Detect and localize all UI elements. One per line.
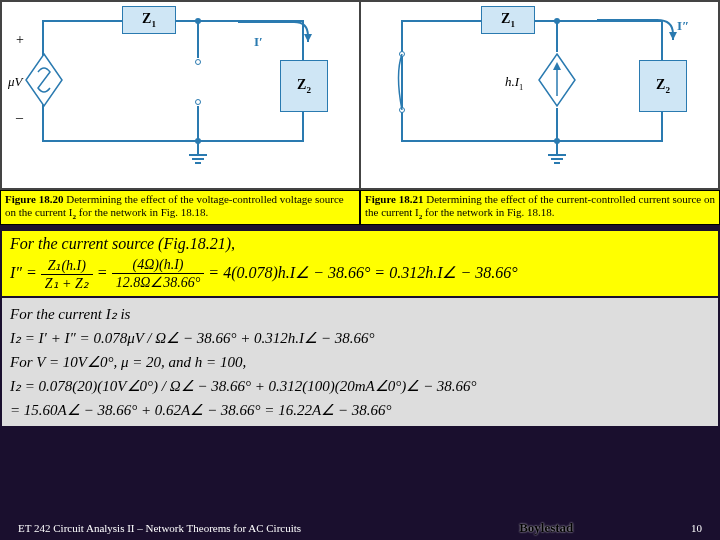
source-label: μV [8,74,22,90]
captions-row: Figure 18.20 Determining the effect of t… [0,190,720,225]
dependent-voltage-source-icon [24,52,64,108]
page-number: 10 [672,522,702,534]
circuit-fig-18-21: Z1 Z2 h.I1 I″ [360,1,719,189]
author-name: Boylestad [420,520,672,536]
impedance-z2-box: Z2 [280,60,328,112]
short-connector-icon [393,54,411,110]
equation-line: For V = 10V∠0°, μ = 20, and h = 100, [10,350,710,374]
circuit-fig-18-20: Z1 Z2 μV + – I′ [1,1,360,189]
current-arrow-icon [595,16,685,46]
open-terminal-icon [195,59,201,65]
equation-line: I₂ = I′ + I″ = 0.078μV / Ω∠ − 38.66° + 0… [10,326,710,350]
equation-line: For the current I₂ is [10,302,710,326]
caption-fig-18-20: Figure 18.20 Determining the effect of t… [0,190,360,225]
course-title: ET 242 Circuit Analysis II – Network The… [18,522,420,534]
dependent-current-source-icon [537,52,577,108]
minus-sign: – [16,110,23,126]
circuits-row: Z1 Z2 μV + – I′ [0,0,720,190]
impedance-z2-box: Z2 [639,60,687,112]
equation-block-2: For the current I₂ is I₂ = I′ + I″ = 0.0… [2,298,718,426]
svg-marker-1 [304,34,312,42]
equation-line: = 15.60A∠ − 38.66° + 0.62A∠ − 38.66° = 1… [10,398,710,422]
caption-fig-18-21: Figure 18.21 Determining the effect of t… [360,190,720,225]
equation-line: I₂ = 0.078(20)(10V∠0°) / Ω∠ − 38.66° + 0… [10,374,710,398]
impedance-z1-box: Z1 [481,6,535,34]
svg-marker-5 [669,32,677,40]
equation-lead: For the current source (Fig.18.21), [10,235,710,253]
plus-sign: + [16,32,24,48]
impedance-z1-box: Z1 [122,6,176,34]
open-terminal-icon [195,99,201,105]
slide-footer: ET 242 Circuit Analysis II – Network The… [0,516,720,540]
equation-block-1: For the current source (Fig.18.21), I″ =… [2,231,718,296]
current-arrow-icon [236,18,320,48]
source-label: h.I1 [505,74,523,92]
current-i-double-prime-label: I″ [677,18,689,34]
current-i-prime-label: I′ [254,34,263,50]
equation-line: I″ = Z₁(h.I)Z₁ + Z₂ = (4Ω)(h.I)12.8Ω∠38.… [10,257,710,292]
